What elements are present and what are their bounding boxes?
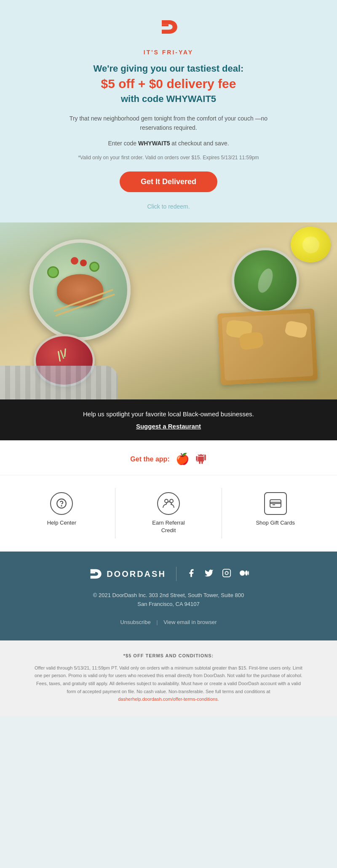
- deal-amount: $5 off + $0 delivery fee: [34, 77, 303, 91]
- terms-body: Offer valid through 5/13/21, 11:59pm PT.…: [35, 665, 302, 694]
- get-app-row: Get the app: 🍎: [17, 452, 320, 466]
- food-image-section: [0, 222, 337, 399]
- unsubscribe-link[interactable]: Unsubscribe: [120, 619, 150, 625]
- footer-address: © 2021 DoorDash Inc. 303 2nd Street, Sou…: [25, 591, 312, 609]
- twitter-icon[interactable]: [204, 568, 214, 580]
- get-it-delivered-button[interactable]: Get It Delivered: [120, 171, 217, 192]
- logo-container: [34, 17, 303, 39]
- address-line2: San Francisco, CA 94107: [25, 600, 312, 609]
- code-instruction-post: at checkout and save.: [170, 140, 229, 147]
- gift-cards-item[interactable]: Shop Gift Cards: [222, 488, 329, 538]
- redeem-text: Click to redeem.: [34, 203, 303, 210]
- doordash-logo: [158, 17, 179, 39]
- code-bold: WHYWAIT5: [138, 140, 170, 147]
- footer-section: DOORDASH: [0, 552, 337, 640]
- gift-card-icon: [264, 492, 287, 515]
- referral-icon: [157, 492, 180, 515]
- black-banner: Help us spotlight your favorite local Bl…: [0, 399, 337, 440]
- tagline: IT'S FRI-YAY: [34, 49, 303, 56]
- header-section: IT'S FRI-YAY We're giving you our tastie…: [0, 0, 337, 222]
- description-text: Try that new neighborhood gem tonight fr…: [63, 114, 274, 133]
- terms-link[interactable]: dasherhelp.doordash.com/offer-terms-cond…: [118, 697, 217, 702]
- terms-title: *$5 OFF TERMS AND CONDITIONS:: [34, 653, 303, 658]
- email-wrapper: IT'S FRI-YAY We're giving you our tastie…: [0, 0, 337, 716]
- black-banner-text: Help us spotlight your favorite local Bl…: [25, 410, 312, 419]
- terms-link-suffix: .: [218, 697, 219, 702]
- promo-code: WHYWAIT5: [166, 94, 217, 104]
- food-image: [0, 222, 337, 399]
- footer-brand-name: DOORDASH: [107, 569, 166, 579]
- footer-social-row: [177, 568, 249, 580]
- get-app-label: Get the app:: [130, 455, 169, 463]
- earn-referral-item[interactable]: Earn ReferralCredit: [115, 488, 222, 538]
- footer-links: Unsubscribe | View email in browser: [25, 619, 312, 625]
- view-in-browser-link[interactable]: View email in browser: [163, 619, 217, 625]
- svg-rect-9: [91, 572, 95, 573]
- terms-section: *$5 OFF TERMS AND CONDITIONS: Offer vali…: [0, 640, 337, 716]
- code-instruction: Enter code WHYWAIT5 at checkout and save…: [34, 139, 303, 148]
- apple-store-icon[interactable]: 🍎: [176, 453, 189, 466]
- medium-icon[interactable]: [240, 568, 249, 580]
- help-center-label: Help Center: [47, 519, 76, 527]
- help-center-icon: [50, 492, 73, 515]
- deal-code-line: with code WHYWAIT5: [34, 94, 303, 104]
- gift-cards-label: Shop Gift Cards: [256, 519, 295, 527]
- address-line1: © 2021 DoorDash Inc. 303 2nd Street, Sou…: [25, 591, 312, 600]
- terms-text: Offer valid through 5/13/21, 11:59pm PT.…: [34, 664, 303, 703]
- code-instruction-pre: Enter code: [108, 140, 138, 147]
- svg-rect-0: [162, 24, 168, 27]
- footer-divider: |: [156, 619, 158, 625]
- referral-label: Earn ReferralCredit: [152, 519, 185, 534]
- svg-rect-10: [223, 569, 230, 576]
- suggest-restaurant-link[interactable]: Suggest a Restaurant: [136, 423, 201, 430]
- footer-logo-area: DOORDASH: [88, 567, 177, 581]
- instagram-icon[interactable]: [222, 568, 231, 580]
- help-center-item[interactable]: Help Center: [8, 488, 115, 538]
- deal-headline: We're giving you our tastiest deal:: [34, 63, 303, 74]
- footer-brand-row: DOORDASH: [25, 567, 312, 581]
- app-section: Get the app: 🍎: [0, 440, 337, 475]
- validity-text: *Valid only on your first order. Valid o…: [34, 154, 303, 161]
- icons-row: Help Center Earn ReferralCredit: [0, 475, 337, 552]
- facebook-icon[interactable]: [187, 568, 196, 580]
- android-store-icon[interactable]: [195, 452, 207, 466]
